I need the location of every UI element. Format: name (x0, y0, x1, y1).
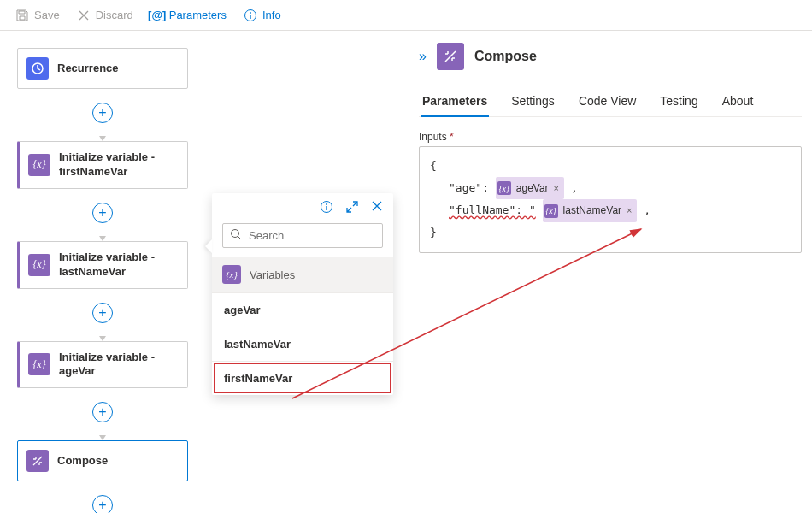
info-icon (244, 9, 257, 22)
svg-point-7 (232, 230, 239, 238)
card-init-age[interactable]: {x} Initialize variable - ageVar (17, 341, 188, 389)
variable-icon: {x} (497, 181, 511, 195)
discard-label: Discard (96, 9, 133, 21)
svg-rect-6 (326, 206, 327, 210)
add-step-button[interactable]: + (92, 495, 113, 513)
connector: + (17, 89, 188, 141)
token-agevar[interactable]: {x} ageVar × (496, 177, 564, 200)
variable-icon: {x} (28, 154, 50, 176)
add-step-button[interactable]: + (92, 203, 113, 223)
card-init-firstname-title: Initialize variable - firstNameVar (59, 150, 179, 180)
variable-icon: {x} (28, 254, 50, 276)
variable-item-firstnamevar[interactable]: firstNameVar (212, 361, 393, 395)
designer-toolbar: Save Discard [@] Parameters Info (0, 0, 812, 31)
designer-canvas: Recurrence + {x} Initialize variable - f… (0, 31, 812, 513)
variable-item-agevar[interactable]: ageVar (212, 292, 393, 327)
parameters-label: Parameters (169, 9, 227, 21)
compose-icon (437, 43, 464, 70)
svg-point-5 (326, 203, 327, 205)
tab-testing[interactable]: Testing (658, 89, 699, 116)
required-indicator: * (450, 131, 454, 143)
token-lastnamevar[interactable]: {x} lastNameVar × (543, 199, 638, 222)
panel-collapse-icon[interactable]: » (419, 49, 427, 64)
add-step-button[interactable]: + (92, 103, 113, 123)
add-step-button[interactable]: + (92, 303, 113, 323)
card-init-lastname-title: Initialize variable - lastNameVar (59, 251, 179, 280)
search-icon (230, 228, 242, 243)
dynamic-content-flyout: {x} Variables ageVar lastNameVar firstNa… (212, 193, 393, 395)
svg-rect-2 (250, 15, 250, 19)
inputs-editor[interactable]: { "age": {x} ageVar × , "fullName": " {x… (419, 146, 802, 253)
json-line: { (430, 156, 791, 177)
variable-icon: {x} (28, 353, 50, 375)
json-line: "age": {x} ageVar × , (430, 177, 791, 200)
recurrence-icon (26, 57, 49, 80)
save-button[interactable]: Save (9, 5, 67, 26)
variable-icon: {x} (544, 204, 558, 218)
token-remove-icon[interactable]: × (627, 202, 632, 220)
variables-category-header[interactable]: {x} Variables (212, 256, 393, 292)
card-compose[interactable]: Compose (17, 440, 188, 481)
add-step-button[interactable]: + (92, 402, 113, 422)
card-compose-title: Compose (57, 454, 108, 469)
search-input[interactable] (249, 229, 392, 242)
save-icon (15, 9, 29, 22)
card-init-lastname[interactable]: {x} Initialize variable - lastNameVar (17, 241, 188, 289)
info-label: Info (262, 9, 281, 21)
flow-column: Recurrence + {x} Initialize variable - f… (17, 48, 188, 513)
connector: + (17, 189, 188, 241)
save-label: Save (34, 9, 60, 21)
token-remove-icon[interactable]: × (554, 180, 559, 198)
action-panel: » Compose Parameters Settings Code View … (419, 43, 802, 253)
tab-about[interactable]: About (721, 89, 756, 116)
parameters-icon: [@] (150, 9, 164, 22)
card-init-age-title: Initialize variable - ageVar (59, 351, 179, 380)
discard-icon (77, 9, 91, 22)
info-button[interactable]: Info (237, 5, 288, 26)
tab-code-view[interactable]: Code View (577, 89, 638, 116)
connector: + (17, 481, 188, 513)
variable-item-lastnamevar[interactable]: lastNameVar (212, 327, 393, 361)
variables-category-label: Variables (250, 268, 295, 281)
card-recurrence-title: Recurrence (57, 62, 119, 76)
panel-header: » Compose (419, 43, 802, 70)
json-line: "fullName": " {x} lastNameVar × , (430, 199, 791, 222)
connector: + (17, 388, 188, 440)
tab-parameters[interactable]: Parameters (421, 89, 489, 116)
compose-icon (26, 450, 49, 472)
search-box[interactable] (222, 223, 383, 248)
panel-tabs: Parameters Settings Code View Testing Ab… (419, 89, 802, 117)
flyout-expand-icon[interactable] (345, 200, 359, 216)
json-line: } (430, 222, 791, 244)
inputs-field-label: Inputs * (419, 131, 802, 143)
panel-title: Compose (474, 49, 537, 64)
card-init-firstname[interactable]: {x} Initialize variable - firstNameVar (17, 141, 188, 189)
flyout-toolbar (212, 193, 393, 220)
variable-icon: {x} (222, 265, 241, 284)
card-recurrence[interactable]: Recurrence (17, 48, 188, 89)
flyout-close-icon[interactable] (371, 200, 383, 216)
flyout-info-icon[interactable] (320, 200, 333, 216)
connector: + (17, 289, 188, 341)
parameters-button[interactable]: [@] Parameters (144, 5, 233, 26)
svg-point-1 (250, 12, 251, 14)
discard-button[interactable]: Discard (70, 5, 140, 26)
tab-settings[interactable]: Settings (509, 89, 556, 116)
